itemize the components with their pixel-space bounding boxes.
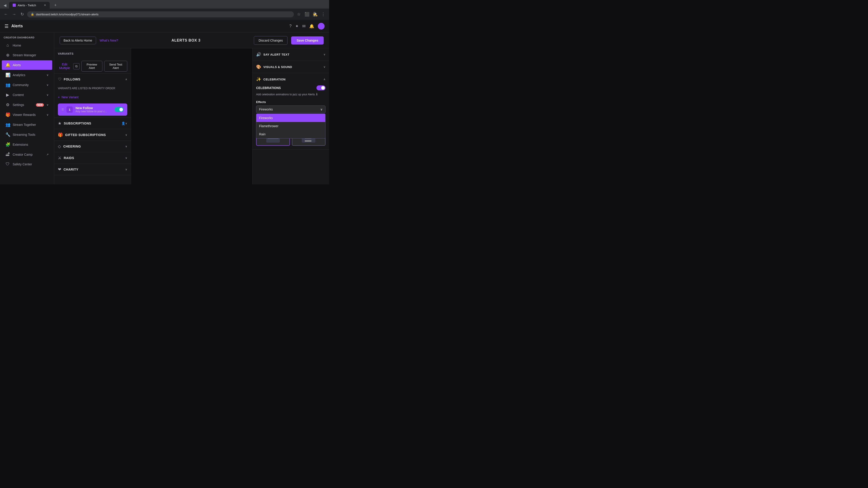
edit-multiple-button[interactable]: Edit Multiple — [58, 63, 71, 70]
visuals-sound-icon: 🎨 — [256, 64, 261, 69]
hamburger-menu[interactable]: ☰ — [4, 24, 8, 29]
sidebar-item-viewer-rewards[interactable]: 🎁 Viewer Rewards ∨ — [2, 110, 52, 120]
sidebar-label-content: Content — [13, 93, 44, 97]
subscriptions-extra: 👤 — [121, 122, 125, 125]
raids-icon: ⚔ — [58, 156, 61, 160]
sidebar-item-settings[interactable]: ⚙ Settings NEW ∨ — [2, 100, 52, 109]
charity-icon: ❤ — [58, 167, 61, 172]
user-avatar[interactable] — [318, 23, 324, 30]
raids-chevron-icon: ∨ — [125, 156, 127, 160]
variant-item-1[interactable]: ⠿ 1 New Follow Any new follow to your c.… — [58, 103, 127, 116]
sidebar-item-creator-camp[interactable]: 🏕 Creator Camp ↗ — [2, 150, 52, 159]
discard-changes-button[interactable]: Discard Changes — [254, 36, 287, 45]
gifted-subscriptions-section-header[interactable]: 🎁 GIFTED SUBSCRIPTIONS ∨ — [54, 129, 131, 140]
effects-option-rain[interactable]: Rain — [256, 130, 325, 138]
help-icon[interactable]: ? — [289, 24, 291, 29]
whats-new-button[interactable]: What's New? — [100, 39, 118, 42]
subscriptions-section-header[interactable]: ★ SUBSCRIPTIONS 👤 ∨ — [54, 118, 131, 129]
back-button[interactable]: ← — [3, 11, 9, 18]
sidebar-label-streaming-tools: Streaming Tools — [13, 133, 49, 136]
sidebar-item-analytics[interactable]: 📊 Analytics ∨ — [2, 70, 52, 80]
sidebar-item-alerts[interactable]: 🔔 Alerts — [2, 60, 52, 70]
subscriptions-chevron-icon: ∨ — [125, 122, 127, 125]
top-bar: ☰ Alerts ? ✦ ✉ 🔔 — [0, 20, 329, 33]
send-test-alert-button[interactable]: Send Test Alert — [104, 61, 127, 72]
cheering-section: ◇ CHEERING ∨ — [54, 141, 131, 152]
back-to-alerts-button[interactable]: Back to Alerts Home — [60, 37, 96, 44]
sidebar-label-stream-together: Stream Together — [13, 123, 49, 127]
notifications-icon[interactable]: 🔔 — [309, 24, 314, 29]
address-bar[interactable]: 🔒 dashboard.twitch.tv/u/moodjoy071/strea… — [27, 11, 294, 18]
gifted-chevron-icon: ∨ — [125, 133, 127, 136]
prime-icon[interactable]: ✦ — [295, 24, 299, 29]
effects-option-flamethrower[interactable]: Flamethrower — [256, 122, 325, 130]
visuals-sound-header[interactable]: 🎨 VISUALS & SOUND ∨ — [252, 61, 329, 73]
new-variant-button[interactable]: + New Variant — [54, 93, 131, 102]
content-area: Back to Alerts Home What's New? ALERTS B… — [54, 33, 329, 184]
sidebar-item-content[interactable]: ▶ Content ∨ — [2, 90, 52, 100]
say-alert-text-section: 🔊 SAY ALERT TEXT ∨ — [252, 48, 329, 61]
sidebar-item-streaming-tools[interactable]: 🔧 Streaming Tools — [2, 130, 52, 139]
celebrations-info-icon[interactable]: ℹ — [316, 92, 317, 96]
app: ☰ Alerts ? ✦ ✉ 🔔 CREATOR DASHBOARD ⌂ Hom… — [0, 20, 329, 184]
cast-icon[interactable]: ⬛ — [304, 11, 310, 18]
priority-note: VARIANTS ARE LISTED IN PRIORITY ORDER — [54, 85, 131, 93]
celebrations-description: Add celebration animations to jazz up yo… — [256, 92, 326, 97]
visuals-sound-section: 🎨 VISUALS & SOUND ∨ — [252, 61, 329, 73]
extensions-icon: 🧩 — [5, 142, 10, 147]
copy-variant-button[interactable]: ⧉ — [73, 63, 80, 69]
preview-panel: Preview Options Width px Height px ℹ — [131, 48, 252, 184]
raids-section-name: RAIDS — [64, 156, 125, 160]
sidebar-item-home[interactable]: ⌂ Home — [2, 41, 52, 50]
sidebar-item-community[interactable]: 👥 Community ∨ — [2, 80, 52, 90]
follows-section-name: FOLLOWS — [64, 77, 125, 81]
charity-section-header[interactable]: ❤ CHARITY ∨ — [54, 164, 131, 175]
raids-section: ⚔ RAIDS ∨ — [54, 152, 131, 164]
lock-icon: 🔒 — [31, 13, 34, 16]
say-alert-text-icon: 🔊 — [256, 52, 261, 57]
gifted-subscriptions-section-name: GIFTED SUBSCRIPTIONS — [65, 133, 125, 137]
say-alert-text-title: SAY ALERT TEXT — [264, 53, 321, 56]
celebrations-toggle[interactable] — [316, 86, 326, 90]
settings-badge: NEW — [36, 103, 44, 107]
celebrations-title: CELEBRATIONS — [256, 86, 281, 90]
sidebar-section-label: CREATOR DASHBOARD — [0, 33, 54, 41]
sidebar-item-stream-together[interactable]: 👥 Stream Together — [2, 120, 52, 129]
mail-icon[interactable]: ✉ — [302, 24, 306, 29]
follows-section: ♡ FOLLOWS ∧ VARIANTS ARE LISTED IN PRIOR… — [54, 74, 131, 118]
effects-dropdown-trigger[interactable]: Fireworks ∨ — [256, 105, 326, 113]
reload-button[interactable]: ↻ — [19, 11, 25, 18]
say-alert-text-header[interactable]: 🔊 SAY ALERT TEXT ∨ — [252, 48, 329, 61]
safety-center-icon: 🛡 — [5, 162, 10, 166]
follows-icon: ♡ — [58, 77, 61, 82]
charity-chevron-icon: ∨ — [125, 168, 127, 171]
two-panel: VARIANTS Edit Multiple ⧉ Preview Alert S… — [54, 48, 329, 184]
cheering-section-header[interactable]: ◇ CHEERING ∨ — [54, 141, 131, 152]
browser-tab-active[interactable]: Alerts - Twitch ✕ — [9, 2, 50, 8]
effects-option-fireworks[interactable]: Fireworks — [256, 114, 325, 122]
variants-panel: VARIANTS Edit Multiple ⧉ Preview Alert S… — [54, 48, 131, 184]
tab-favicon — [13, 4, 16, 7]
new-tab-button[interactable]: + — [51, 2, 60, 8]
menu-dots[interactable]: ⋮ — [320, 11, 327, 18]
follows-section-header[interactable]: ♡ FOLLOWS ∧ — [54, 74, 131, 85]
variant-number: 1 — [66, 106, 73, 113]
sidebar-item-safety-center[interactable]: 🛡 Safety Center — [2, 160, 52, 169]
save-changes-button[interactable]: Save Changes — [291, 36, 324, 44]
effects-label: Effects — [256, 100, 326, 104]
celebration-header[interactable]: ✨ CELEBRATION ∧ — [252, 73, 329, 86]
tab-close-button[interactable]: ✕ — [44, 4, 46, 7]
variant-desc: Any new follow to your c... — [75, 110, 112, 113]
people-icon: 👤 — [121, 122, 125, 125]
sidebar-item-stream-manager[interactable]: ⊕ Stream Manager — [2, 51, 52, 60]
app-title: Alerts — [11, 24, 23, 29]
viewer-rewards-icon: 🎁 — [5, 112, 10, 117]
bookmark-icon[interactable]: ☆ — [296, 11, 302, 18]
charity-section: ❤ CHARITY ∨ — [54, 164, 131, 175]
sidebar-item-extensions[interactable]: 🧩 Extensions — [2, 140, 52, 149]
variant-toggle[interactable] — [115, 107, 124, 112]
forward-button[interactable]: → — [11, 11, 17, 18]
raids-section-header[interactable]: ⚔ RAIDS ∨ — [54, 152, 131, 164]
preview-alert-button[interactable]: Preview Alert — [81, 61, 102, 72]
tab-back-arrow[interactable]: ◀ — [2, 2, 8, 8]
